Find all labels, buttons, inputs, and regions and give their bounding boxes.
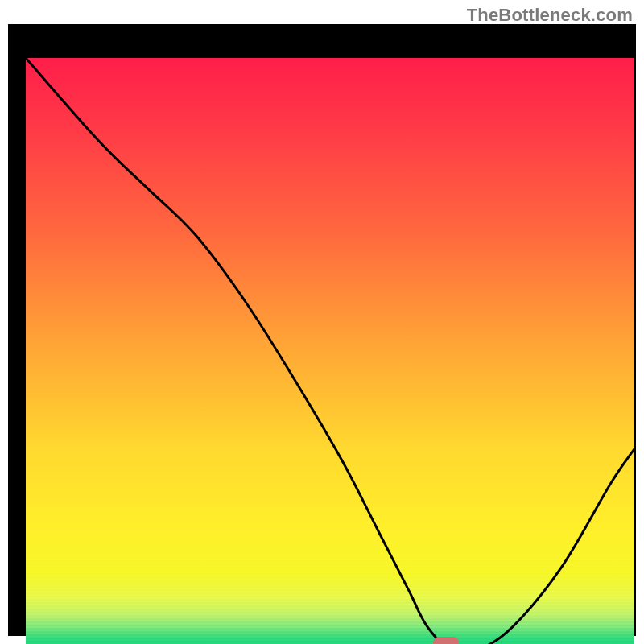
attribution-label: TheBottleneck.com [467, 5, 633, 26]
plot-area [26, 58, 634, 644]
chart-container: { "attribution": "TheBottleneck.com", "c… [0, 0, 644, 644]
heat-gradient-background [26, 58, 634, 644]
heat-gradient-main [26, 58, 634, 644]
chart-frame [8, 24, 636, 636]
optimum-marker [433, 637, 459, 644]
